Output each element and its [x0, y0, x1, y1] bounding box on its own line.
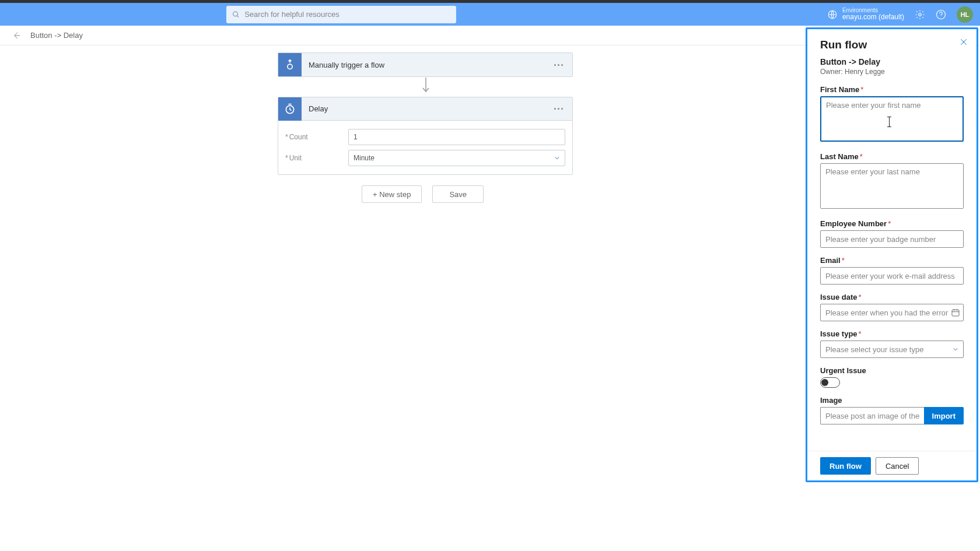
user-avatar[interactable]: HL: [957, 6, 973, 23]
back-icon[interactable]: [12, 31, 21, 40]
panel-title: Run flow: [820, 38, 964, 51]
search-input[interactable]: [244, 10, 450, 19]
new-step-button[interactable]: + New step: [362, 185, 422, 203]
email-label: Email*: [820, 256, 964, 265]
global-search[interactable]: [226, 6, 456, 23]
import-button[interactable]: Import: [924, 407, 964, 424]
environment-picker[interactable]: Environments enayu.com (default): [827, 7, 904, 21]
email-input[interactable]: [820, 267, 964, 285]
chevron-down-icon: [554, 155, 560, 161]
svg-line-1: [237, 15, 239, 17]
environment-icon: [827, 9, 838, 20]
text-cursor-icon: [889, 117, 890, 127]
employee-number-input[interactable]: [820, 230, 964, 248]
save-button[interactable]: Save: [432, 185, 484, 203]
delay-title: Delay: [309, 104, 552, 113]
issue-type-select[interactable]: Please select your issue type: [820, 341, 964, 358]
settings-icon[interactable]: [915, 9, 925, 20]
svg-point-3: [919, 13, 922, 16]
urgent-label: Urgent Issue: [820, 366, 964, 375]
svg-point-5: [288, 64, 292, 69]
calendar-icon[interactable]: [951, 308, 960, 317]
employee-number-label: Employee Number*: [820, 219, 964, 228]
trigger-more-icon[interactable]: [552, 64, 564, 66]
connector-arrow-icon: [422, 78, 430, 94]
breadcrumb-title: Button -> Delay: [30, 31, 83, 40]
trigger-card[interactable]: Manually trigger a flow: [278, 52, 573, 77]
unit-select[interactable]: Minute: [348, 150, 565, 166]
unit-label: *Unit: [285, 154, 348, 162]
issue-type-label: Issue type*: [820, 329, 964, 338]
issue-date-input[interactable]: [820, 304, 964, 321]
last-name-label: Last Name*: [820, 152, 964, 161]
first-name-input[interactable]: [820, 96, 964, 142]
app-header: Environments enayu.com (default) HL: [0, 3, 980, 26]
environment-value: enayu.com (default): [842, 13, 904, 21]
run-flow-panel: Run flow Button -> Delay Owner: Henry Le…: [806, 27, 978, 482]
help-icon[interactable]: [936, 9, 946, 20]
image-label: Image: [820, 396, 964, 405]
svg-point-0: [233, 12, 238, 16]
trigger-icon: [278, 53, 302, 76]
run-flow-button[interactable]: Run flow: [820, 457, 871, 475]
chevron-down-icon: [953, 346, 958, 352]
delay-icon: [278, 97, 302, 121]
environment-label: Environments: [842, 7, 904, 13]
count-input[interactable]: 1: [348, 129, 565, 145]
last-name-input[interactable]: [820, 163, 964, 209]
first-name-label: First Name*: [820, 85, 964, 94]
panel-subtitle: Button -> Delay: [820, 57, 964, 66]
delay-more-icon[interactable]: [552, 108, 564, 110]
search-icon: [232, 10, 240, 19]
cancel-button[interactable]: Cancel: [876, 457, 919, 475]
panel-owner: Owner: Henry Legge: [820, 68, 964, 76]
issue-date-label: Issue date*: [820, 293, 964, 301]
svg-rect-10: [952, 310, 959, 316]
flow-canvas: Manually trigger a flow Delay *Count 1 *…: [0, 45, 675, 551]
trigger-title: Manually trigger a flow: [309, 61, 552, 69]
image-input[interactable]: [820, 407, 924, 424]
close-icon[interactable]: [959, 37, 968, 47]
delay-card[interactable]: Delay *Count 1 *Unit Minute: [278, 97, 573, 175]
urgent-toggle[interactable]: [820, 377, 840, 388]
count-label: *Count: [285, 133, 348, 141]
